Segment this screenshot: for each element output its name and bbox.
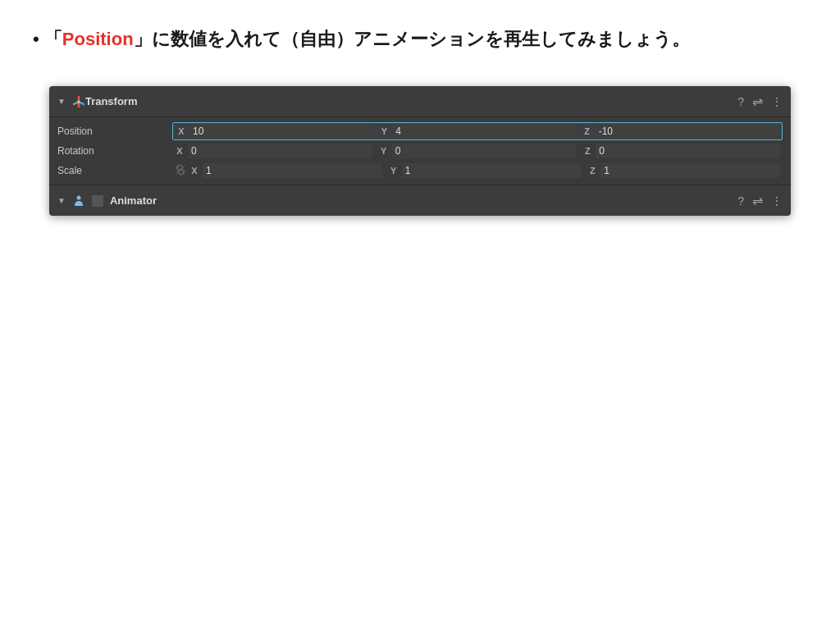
position-z-group: Z	[582, 124, 778, 139]
rotation-label: Rotation	[57, 145, 172, 157]
transform-header: ▼ Transform ? ⇌ ⋮	[49, 86, 791, 117]
animator-help-button[interactable]: ?	[737, 195, 744, 207]
position-z-axis: Z	[582, 126, 592, 136]
scale-link-icon	[175, 164, 186, 177]
rotation-z-group: Z	[582, 144, 780, 158]
scale-y-group: Y	[389, 163, 582, 178]
animator-header: ▼ Animator ? ⇌ ⋮	[49, 185, 791, 216]
unity-panel: ▼ Transform ? ⇌ ⋮ Position	[49, 86, 791, 216]
transform-settings-button[interactable]: ⇌	[752, 95, 763, 108]
transform-collapse-arrow[interactable]: ▼	[57, 97, 66, 106]
rotation-x-input[interactable]	[188, 144, 372, 158]
animator-color-box	[92, 195, 103, 207]
rotation-x-axis: X	[175, 146, 185, 156]
scale-y-input[interactable]	[402, 163, 582, 178]
rotation-y-axis: Y	[379, 146, 389, 156]
scale-x-axis: X	[189, 166, 199, 176]
transform-title: Transform	[85, 95, 737, 107]
position-x-group: X	[176, 124, 372, 139]
scale-z-input[interactable]	[600, 163, 780, 178]
position-y-axis: Y	[379, 126, 389, 136]
scale-z-group: Z	[587, 163, 780, 178]
animator-header-icons: ? ⇌ ⋮	[737, 194, 783, 208]
page-content: • 「Position」に数値を入れて（自由）アニメーションを再生してみましょう…	[0, 0, 840, 216]
rotation-x-group: X	[175, 144, 372, 158]
scale-row: Scale X	[49, 162, 791, 180]
rotation-y-group: Y	[379, 144, 577, 158]
animator-icon	[72, 194, 85, 208]
transform-header-icons: ? ⇌ ⋮	[737, 95, 783, 108]
position-fields: X Y Z	[172, 122, 783, 140]
instruction-after: 」に数値を入れて（自由）アニメーションを再生してみましょう。	[134, 29, 690, 49]
instruction-text: • 「Position」に数値を入れて（自由）アニメーションを再生してみましょう…	[33, 25, 807, 53]
transform-body: Position X Y Z	[49, 117, 791, 185]
instruction-highlight: Position	[62, 29, 134, 49]
rotation-row: Rotation X Y Z	[49, 142, 791, 160]
rotation-fields: X Y Z	[172, 142, 783, 160]
scale-y-axis: Y	[389, 166, 399, 176]
scale-label: Scale	[57, 165, 172, 176]
position-y-group: Y	[379, 124, 575, 139]
position-x-axis: X	[176, 126, 186, 136]
position-y-input[interactable]	[392, 124, 575, 139]
transform-help-button[interactable]: ?	[737, 96, 744, 107]
svg-point-7	[76, 195, 80, 199]
position-label: Position	[57, 126, 172, 137]
transform-icon	[72, 95, 85, 108]
animator-menu-button[interactable]: ⋮	[771, 195, 783, 207]
position-z-input[interactable]	[596, 124, 778, 139]
rotation-z-axis: Z	[582, 146, 592, 156]
position-x-input[interactable]	[189, 124, 372, 139]
scale-fields: X Y Z	[172, 162, 783, 180]
instruction-before: 「	[44, 29, 62, 49]
svg-point-3	[77, 100, 80, 103]
rotation-y-input[interactable]	[392, 144, 577, 158]
rotation-z-input[interactable]	[596, 144, 780, 158]
scale-x-input[interactable]	[203, 163, 382, 178]
scale-z-axis: Z	[587, 166, 597, 176]
animator-settings-button[interactable]: ⇌	[752, 194, 763, 208]
scale-x-group: X	[189, 163, 382, 178]
animator-collapse-arrow[interactable]: ▼	[57, 196, 66, 205]
bullet: •	[33, 29, 39, 49]
transform-menu-button[interactable]: ⋮	[771, 96, 783, 107]
position-row: Position X Y Z	[49, 122, 791, 140]
animator-title: Animator	[110, 194, 737, 207]
